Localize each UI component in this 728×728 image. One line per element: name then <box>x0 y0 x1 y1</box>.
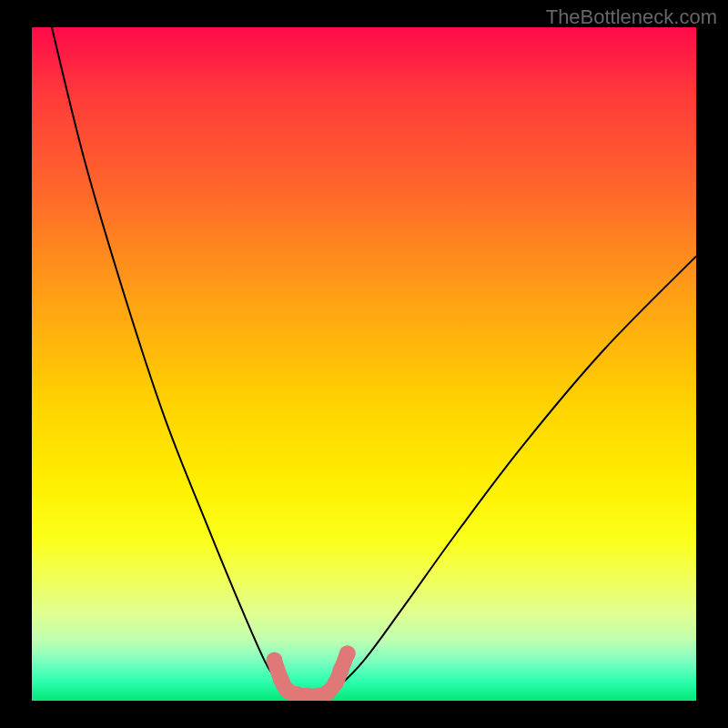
marker-point <box>289 686 306 701</box>
curve-right-curve <box>311 257 696 697</box>
curve-group <box>52 27 696 697</box>
marker-point <box>273 671 289 687</box>
chart-svg <box>32 27 696 701</box>
marker-point <box>299 688 316 701</box>
marker-point <box>279 682 296 699</box>
marker-point <box>339 645 356 662</box>
marker-group <box>266 645 355 701</box>
marker-point <box>309 688 326 701</box>
watermark-text: TheBottleneck.com <box>546 5 717 29</box>
chart-plot-area <box>32 27 696 701</box>
marker-point <box>328 673 344 690</box>
curve-left-curve <box>52 27 311 697</box>
marker-point <box>319 684 336 701</box>
marker-point <box>266 652 282 669</box>
marker-connector <box>274 653 347 696</box>
marker-point <box>332 662 349 679</box>
